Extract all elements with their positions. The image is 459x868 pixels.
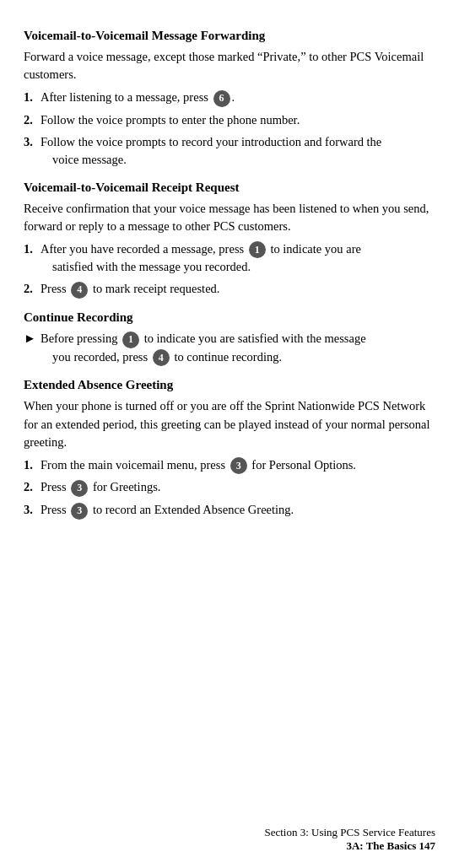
section-title-extended: Extended Absence Greeting — [24, 378, 435, 392]
list-item: 2. Press 3 for Greetings. — [24, 478, 435, 497]
section-intro-forwarding: Forward a voice message, except those ma… — [24, 48, 435, 84]
key-badge-1: 1 — [249, 241, 266, 258]
section-continue-recording: Continue Recording ► Before pressing 1 t… — [24, 310, 435, 366]
section-extended-absence: Extended Absence Greeting When your phon… — [24, 378, 435, 519]
key-badge-3b: 3 — [71, 480, 88, 497]
item-text: Press 3 to record an Extended Absence Gr… — [39, 501, 435, 520]
key-badge-1b: 1 — [122, 332, 139, 348]
footer-line1: Section 3: Using PCS Service Features — [264, 826, 435, 839]
item-text: After you have recorded a message, press… — [39, 240, 435, 277]
item-text: Before pressing 1 to indicate you are sa… — [40, 330, 435, 366]
list-item: 2. Press 4 to mark receipt requested. — [24, 280, 435, 299]
item-text: After listening to a message, press 6. — [39, 89, 435, 107]
item-number: 3. — [24, 133, 37, 151]
list-item: 3. Follow the voice prompts to record yo… — [24, 133, 435, 169]
item-text: Press 4 to mark receipt requested. — [39, 280, 435, 299]
item-number: 2. — [24, 111, 37, 129]
list-item: 1. After listening to a message, press 6… — [24, 89, 435, 107]
section-intro-extended: When your phone is turned off or you are… — [24, 397, 435, 450]
section-title-receipt: Voicemail-to-Voicemail Receipt Request — [24, 181, 435, 195]
item-number: 1. — [24, 89, 37, 106]
item-text: Follow the voice prompts to enter the ph… — [39, 111, 435, 129]
item-number: 2. — [24, 280, 37, 298]
section-title-forwarding: Voicemail-to-Voicemail Message Forwardin… — [24, 29, 435, 43]
list-item: 1. From the main voicemail menu, press 3… — [24, 456, 435, 475]
list-item: ► Before pressing 1 to indicate you are … — [24, 330, 435, 366]
item-number: 1. — [24, 240, 37, 258]
arrow-icon: ► — [24, 330, 37, 348]
page-content: Voicemail-to-Voicemail Message Forwardin… — [24, 29, 435, 520]
list-item: 3. Press 3 to record an Extended Absence… — [24, 501, 435, 520]
section-voicemail-forwarding: Voicemail-to-Voicemail Message Forwardin… — [24, 29, 435, 169]
section-title-continue: Continue Recording — [24, 310, 435, 325]
footer-line2: 3A: The Basics 147 — [264, 839, 435, 853]
key-badge-3c: 3 — [71, 503, 88, 520]
key-badge-4b: 4 — [153, 349, 170, 366]
item-text: Follow the voice prompts to record your … — [39, 133, 435, 169]
page-footer: Section 3: Using PCS Service Features 3A… — [264, 826, 435, 853]
key-badge-3a: 3 — [230, 457, 247, 474]
list-item: 1. After you have recorded a message, pr… — [24, 240, 435, 277]
item-text: Press 3 for Greetings. — [39, 478, 435, 497]
key-badge-4: 4 — [71, 282, 88, 299]
section-intro-receipt: Receive confirmation that your voice mes… — [24, 200, 435, 235]
item-text: From the main voicemail menu, press 3 fo… — [39, 456, 435, 475]
list-item: 2. Follow the voice prompts to enter the… — [24, 111, 435, 129]
item-number: 1. — [24, 456, 37, 474]
section-voicemail-receipt: Voicemail-to-Voicemail Receipt Request R… — [24, 181, 435, 299]
key-badge-6: 6 — [213, 90, 230, 107]
item-number: 2. — [24, 478, 37, 496]
item-number: 3. — [24, 501, 37, 519]
